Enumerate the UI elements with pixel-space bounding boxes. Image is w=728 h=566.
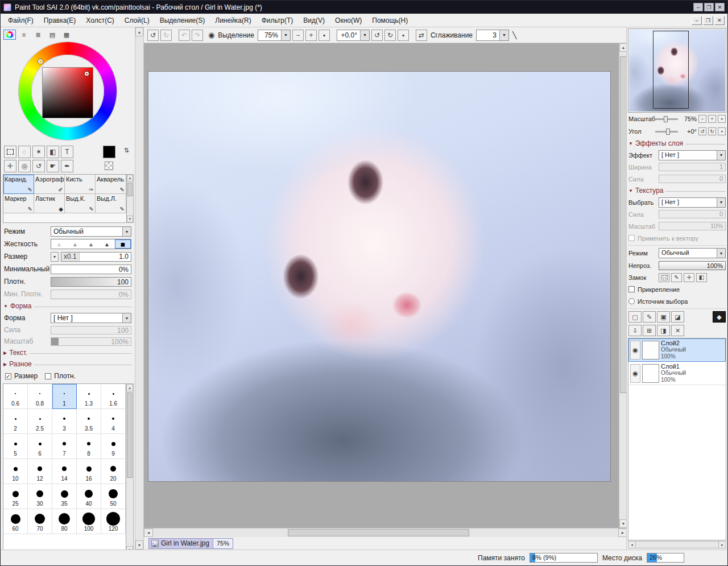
layer-mode-dropdown[interactable]: Обычный ▼ <box>659 248 726 258</box>
delete-layer-button[interactable]: ✕ <box>671 325 684 336</box>
hardness-option[interactable]: ▲ <box>51 239 67 249</box>
brush-size-cell[interactable]: 80 <box>52 509 77 534</box>
tool-panel-scrollbar[interactable]: ▲ ▼ <box>135 27 144 550</box>
scroll-up-icon[interactable]: ▲ <box>127 175 133 181</box>
smoothing-dropdown[interactable]: 3 ▼ <box>476 30 509 41</box>
sv-marker[interactable] <box>85 72 89 76</box>
menu-item[interactable]: Слой(L) <box>119 14 155 27</box>
scroll-down-icon[interactable]: ▼ <box>127 216 133 222</box>
navigator-view-rect[interactable] <box>653 31 689 109</box>
nav-zoom-in-button[interactable]: + <box>708 115 716 123</box>
hardness-option[interactable]: ◼ <box>115 239 131 249</box>
tool-cell[interactable]: Акварель ✎ <box>96 175 126 194</box>
texture-section-header[interactable]: ▶ Текст. <box>1 347 135 358</box>
brush-size-cell[interactable]: 2 <box>3 409 28 434</box>
eyedropper-tool[interactable]: ✒ <box>61 160 73 172</box>
layer-special-button[interactable]: ◆ <box>713 311 726 323</box>
lock-position-button[interactable]: ✛ <box>684 273 694 282</box>
menu-item[interactable]: Вид(V) <box>298 14 330 27</box>
opacity-slider[interactable]: 100% <box>659 261 726 270</box>
menu-item[interactable]: Файл(F) <box>3 14 39 27</box>
hardness-option[interactable]: ▲ <box>67 239 83 249</box>
document-minimize-button[interactable]: – <box>692 16 702 25</box>
menu-item[interactable]: Выделение(S) <box>155 14 210 27</box>
brush-size-cell[interactable]: 4 <box>101 409 126 434</box>
selection-source-radio[interactable] <box>628 298 635 304</box>
selection-redo-button[interactable]: ↷ <box>192 30 203 41</box>
tool-cell[interactable]: Маркер ✎ <box>3 194 34 213</box>
hardness-option[interactable]: ▲ <box>83 239 99 249</box>
clipping-checkbox[interactable] <box>628 286 635 292</box>
navigator[interactable] <box>628 28 726 113</box>
window-maximize-button[interactable]: ❐ <box>704 3 714 11</box>
apply-to-vector-checkbox[interactable] <box>628 235 635 241</box>
rotate-cw-button[interactable]: ↻ <box>384 30 396 41</box>
brush-size-cell[interactable]: 20 <box>101 459 126 484</box>
texture-dropdown[interactable]: [ Нет ] ▼ <box>659 197 726 208</box>
nav-rotate-cw-button[interactable]: ↻ <box>708 127 716 135</box>
swatches-tab[interactable]: ▤ <box>46 30 59 40</box>
brush-size-cell[interactable]: 6 <box>28 434 52 459</box>
brush-size-cell[interactable]: 25 <box>3 484 28 509</box>
menu-item[interactable]: Холст(C) <box>81 14 119 27</box>
slider-handle[interactable] <box>666 129 670 135</box>
brush-size-cell[interactable]: 40 <box>77 484 101 509</box>
clip-group-button[interactable]: ◨ <box>657 325 670 336</box>
brush-size-cell[interactable]: 100 <box>77 509 101 534</box>
brush-size-field[interactable]: x0.1 1.0 <box>61 252 131 262</box>
layer-panel-scrollbar[interactable]: ◄ ► <box>628 541 726 548</box>
tool-grid-scrollbar[interactable]: ▲ ▼ <box>127 174 134 223</box>
brush-size-cell[interactable]: 30 <box>28 484 52 509</box>
brush-size-cell[interactable]: 7 <box>52 434 77 459</box>
primary-color-swatch[interactable] <box>103 146 115 158</box>
size-preset-checkbox[interactable]: ✓ <box>5 373 11 379</box>
brush-size-cell[interactable]: 0.8 <box>28 384 52 409</box>
brush-size-cell[interactable]: 60 <box>3 509 28 534</box>
shape-dropdown[interactable]: [ Нет ] ▼ <box>51 313 131 323</box>
brush-size-cell[interactable]: 14 <box>52 459 77 484</box>
lock-transparency-button[interactable] <box>659 273 669 282</box>
brush-size-cell[interactable]: 2.5 <box>28 409 52 434</box>
scrollbar-thumb[interactable] <box>288 529 469 536</box>
brush-size-cell[interactable]: 1 <box>52 384 77 409</box>
layer-visibility-toggle[interactable]: ◉ <box>630 341 640 360</box>
new-layer-button[interactable]: ▢ <box>628 311 642 323</box>
lock-fill-button[interactable]: ◧ <box>696 273 707 282</box>
brush-size-cell[interactable]: 120 <box>101 509 126 534</box>
window-close-button[interactable]: ✕ <box>715 3 725 11</box>
tool-cell[interactable]: Выд.К. ✎ <box>65 194 96 213</box>
brush-size-cell[interactable]: 1.6 <box>101 384 126 409</box>
misc-section-header[interactable]: ▶ Разное <box>1 358 135 370</box>
magic-wand-tool[interactable]: ✶ <box>32 146 45 158</box>
brush-mode-dropdown[interactable]: Обычный ▼ <box>51 226 131 237</box>
layer-effects-section-header[interactable]: ▼ Эффекты слоя <box>628 138 726 149</box>
zoom-dropdown[interactable]: 75% ▼ <box>258 30 291 41</box>
selection-undo-button[interactable]: ↶ <box>179 30 190 41</box>
brush-size-cell[interactable]: 50 <box>101 484 126 509</box>
rotate-tool[interactable]: ↺ <box>32 160 45 172</box>
brush-size-cell[interactable]: 70 <box>28 509 52 534</box>
scroll-up-icon[interactable]: ▲ <box>126 384 133 391</box>
transparent-color-swatch[interactable] <box>105 162 113 170</box>
bucket-tool[interactable]: ◧ <box>47 146 59 158</box>
layer-visibility-toggle[interactable]: ◉ <box>630 364 640 383</box>
zoom-reset-button[interactable]: ▪ <box>318 30 330 41</box>
min-size-field[interactable]: 0% <box>51 265 131 274</box>
scroll-up-icon[interactable]: ▲ <box>135 27 143 36</box>
angle-reset-button[interactable]: ▪ <box>398 30 409 41</box>
color-wheel[interactable] <box>14 41 122 144</box>
zoom-in-button[interactable]: + <box>305 30 317 41</box>
slider-handle[interactable] <box>664 116 668 122</box>
zoom-tool[interactable]: ◎ <box>18 160 31 172</box>
hand-tool[interactable]: ☛ <box>47 160 59 172</box>
scroll-left-icon[interactable]: ◄ <box>144 528 153 537</box>
brush-size-cell[interactable]: 9 <box>101 434 126 459</box>
flip-horizontal-button[interactable]: ⇄ <box>416 30 427 41</box>
brush-size-cell[interactable]: 3.5 <box>77 409 101 434</box>
texture-section-header[interactable]: ▼ Текстура <box>628 185 726 196</box>
brush-size-cell[interactable]: 3 <box>52 409 77 434</box>
layer-item[interactable]: ◉ Слой2 Обычный 100% <box>628 338 726 362</box>
color-slider-tab[interactable]: ≡ <box>18 30 30 40</box>
nav-zoom-reset-button[interactable]: ▪ <box>718 115 726 123</box>
brush-size-cell[interactable]: 35 <box>52 484 77 509</box>
